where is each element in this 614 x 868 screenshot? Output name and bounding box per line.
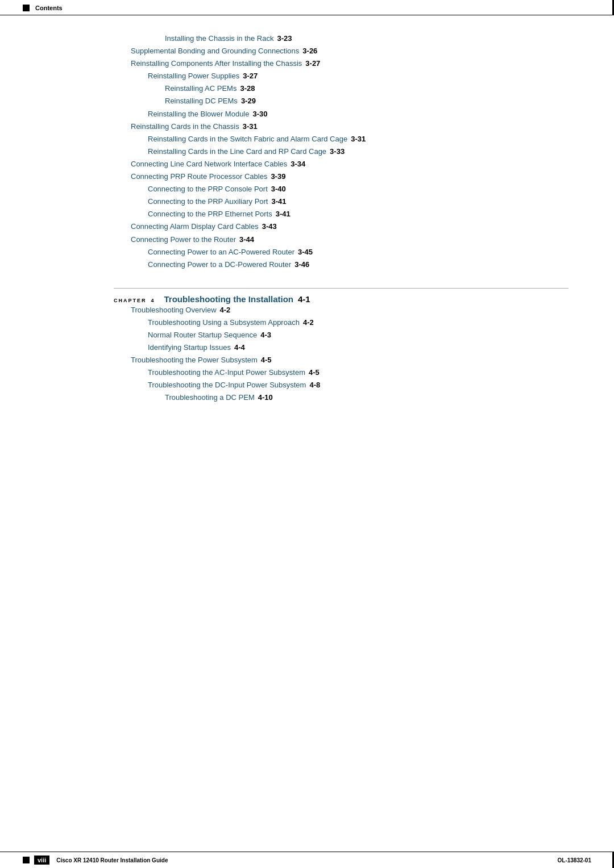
chapter4-header: CHAPTER 4 Troubleshooting the Installati… (114, 288, 569, 304)
list-item: Troubleshooting Overview 4-2 (114, 304, 569, 316)
list-item: Connecting to the PRP Auxiliary Port 3-4… (114, 195, 569, 208)
toc-link[interactable]: Troubleshooting Using a Subsystem Approa… (148, 316, 300, 329)
toc-page: 3-44 (239, 233, 254, 246)
list-item: Reinstalling AC PEMs 3-28 (114, 82, 569, 95)
toc-page: 3-23 (277, 32, 292, 45)
list-item: Connecting to the PRP Ethernet Ports 3-4… (114, 208, 569, 220)
list-item: Connecting Alarm Display Card Cables 3-4… (114, 220, 569, 233)
header-square-icon (23, 5, 30, 11)
toc-page: 3-27 (305, 57, 320, 70)
toc-page: 3-26 (302, 45, 317, 57)
list-item: Connecting PRP Route Processor Cables 3-… (114, 170, 569, 183)
list-item: Reinstalling Cards in the Line Card and … (114, 145, 569, 158)
toc-link[interactable]: Reinstalling Power Supplies (148, 70, 239, 82)
toc-page: 4-5 (309, 366, 320, 379)
toc-link[interactable]: Identifying Startup Issues (148, 341, 231, 354)
chapter-number: 4 (151, 298, 155, 303)
toc-link[interactable]: Reinstalling Cards in the Chassis (131, 120, 239, 133)
toc-link[interactable]: Troubleshooting Overview (131, 304, 217, 316)
list-item: Troubleshooting the DC-Input Power Subsy… (114, 379, 569, 391)
chapter4-title-page: 4-1 (298, 294, 310, 304)
list-item: Normal Router Startup Sequence 4-3 (114, 329, 569, 341)
list-item: Reinstalling DC PEMs 3-29 (114, 95, 569, 107)
toc-page: 3-28 (240, 82, 255, 95)
toc-page: 3-30 (252, 108, 267, 120)
list-item: Troubleshooting the AC-Input Power Subsy… (114, 366, 569, 379)
chapter-label: CHAPTER (114, 298, 147, 303)
chapter4-entries: Troubleshooting Overview 4-2 Troubleshoo… (114, 304, 569, 404)
list-item: Identifying Startup Issues 4-4 (114, 341, 569, 354)
toc-page: 3-45 (298, 246, 313, 258)
toc-page: 3-41 (276, 208, 291, 220)
toc-link[interactable]: Connecting Alarm Display Card Cables (131, 220, 259, 233)
toc-page: 3-31 (243, 120, 258, 133)
page-footer: viii Cisco XR 12410 Router Installation … (0, 852, 614, 868)
list-item: Troubleshooting a DC PEM 4-10 (114, 391, 569, 404)
list-item: Troubleshooting Using a Subsystem Approa… (114, 316, 569, 329)
list-item: Supplemental Bonding and Grounding Conne… (114, 45, 569, 57)
toc-link[interactable]: Connecting PRP Route Processor Cables (131, 170, 267, 183)
toc-link[interactable]: Connecting to the PRP Auxiliary Port (148, 195, 268, 208)
header-title: Contents (35, 5, 63, 11)
list-item: Connecting to the PRP Console Port 3-40 (114, 183, 569, 195)
toc-link[interactable]: Connecting Power to the Router (131, 233, 236, 246)
toc-content: Installing the Chassis in the Rack 3-23 … (0, 15, 614, 422)
toc-page: 3-31 (351, 133, 366, 145)
toc-page: 3-40 (271, 183, 286, 195)
toc-page: 3-29 (241, 95, 256, 107)
list-item: Reinstalling Cards in the Switch Fabric … (114, 133, 569, 145)
toc-link[interactable]: Reinstalling Cards in the Line Card and … (148, 145, 326, 158)
list-item: Connecting Power to the Router 3-44 (114, 233, 569, 246)
list-item: Reinstalling Cards in the Chassis 3-31 (114, 120, 569, 133)
toc-page: 3-27 (243, 70, 258, 82)
page-container: Contents Installing the Chassis in the R… (0, 0, 614, 868)
list-item: Installing the Chassis in the Rack 3-23 (114, 32, 569, 45)
list-item: Connecting Line Card Network Interface C… (114, 158, 569, 170)
toc-link[interactable]: Normal Router Startup Sequence (148, 329, 257, 341)
toc-link[interactable]: Troubleshooting the Power Subsystem (131, 354, 258, 366)
toc-link[interactable]: Connecting Power to a DC-Powered Router (148, 258, 291, 271)
toc-page: 4-10 (258, 391, 273, 404)
toc-link[interactable]: Installing the Chassis in the Rack (165, 32, 273, 45)
toc-link[interactable]: Troubleshooting the AC-Input Power Subsy… (148, 366, 305, 379)
list-item: Reinstalling Power Supplies 3-27 (114, 70, 569, 82)
toc-page: 4-2 (303, 316, 314, 329)
toc-page: 3-33 (330, 145, 345, 158)
toc-link[interactable]: Connecting Line Card Network Interface C… (131, 158, 287, 170)
toc-page: 4-2 (220, 304, 231, 316)
list-item: Reinstalling the Blower Module 3-30 (114, 108, 569, 120)
toc-link[interactable]: Reinstalling the Blower Module (148, 108, 249, 120)
toc-link[interactable]: Troubleshooting a DC PEM (165, 391, 255, 404)
footer-page-number: viii (34, 856, 49, 865)
toc-page: 4-8 (309, 379, 320, 391)
toc-page: 3-43 (262, 220, 277, 233)
toc-link[interactable]: Reinstalling AC PEMs (165, 82, 237, 95)
toc-page: 4-4 (234, 341, 245, 354)
toc-page: 4-3 (260, 329, 271, 341)
toc-link[interactable]: Connecting to the PRP Ethernet Ports (148, 208, 272, 220)
toc-link[interactable]: Connecting to the PRP Console Port (148, 183, 268, 195)
toc-entries-pre-ch4: Installing the Chassis in the Rack 3-23 … (114, 32, 569, 271)
chapter4-title[interactable]: Troubleshooting the Installation (164, 294, 294, 304)
toc-page: 4-5 (261, 354, 272, 366)
list-item: Connecting Power to an AC-Powered Router… (114, 246, 569, 258)
toc-page: 3-41 (272, 195, 287, 208)
toc-link[interactable]: Supplemental Bonding and Grounding Conne… (131, 45, 299, 57)
toc-link[interactable]: Reinstalling Cards in the Switch Fabric … (148, 133, 347, 145)
footer-doc-title: Cisco XR 12410 Router Installation Guide (56, 857, 557, 863)
list-item: Troubleshooting the Power Subsystem 4-5 (114, 354, 569, 366)
footer-square-icon (23, 857, 30, 863)
footer-doc-num: OL-13832-01 (558, 857, 591, 863)
toc-link[interactable]: Reinstalling DC PEMs (165, 95, 238, 107)
list-item: Connecting Power to a DC-Powered Router … (114, 258, 569, 271)
toc-page: 3-46 (294, 258, 309, 271)
toc-link[interactable]: Troubleshooting the DC-Input Power Subsy… (148, 379, 306, 391)
page-header: Contents (0, 0, 614, 15)
toc-link[interactable]: Reinstalling Components After Installing… (131, 57, 302, 70)
toc-link[interactable]: Connecting Power to an AC-Powered Router (148, 246, 294, 258)
list-item: Reinstalling Components After Installing… (114, 57, 569, 70)
toc-page: 3-34 (291, 158, 305, 170)
toc-page: 3-39 (271, 170, 285, 183)
